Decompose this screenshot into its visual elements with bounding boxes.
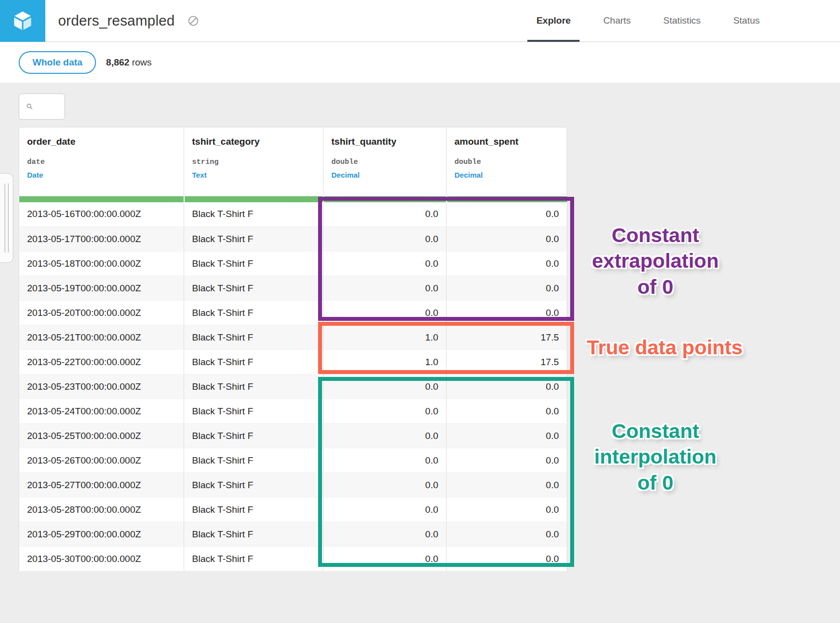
column-name: tshirt_category <box>192 136 315 147</box>
column-storage-type: date <box>27 158 176 166</box>
table-cell[interactable]: 0.0 <box>447 399 567 424</box>
table-cell[interactable]: 0.0 <box>447 448 567 473</box>
table-cell[interactable]: Black T-Shirt F <box>184 473 323 498</box>
column-meaning-link[interactable]: Decimal <box>454 171 559 179</box>
table-cell[interactable]: 2013-05-21T00:00:00.000Z <box>19 325 184 350</box>
column-storage-type: double <box>454 158 559 166</box>
table-row: 2013-05-22T00:00:00.000ZBlack T-Shirt F1… <box>19 350 567 374</box>
table-cell[interactable]: 0.0 <box>447 276 567 301</box>
table-cell[interactable]: 0.0 <box>323 424 447 448</box>
column-name: order_date <box>27 136 176 147</box>
circle-slash-icon <box>188 15 199 27</box>
table-cell[interactable]: 2013-05-26T00:00:00.000Z <box>19 448 184 473</box>
table-cell[interactable]: Black T-Shirt F <box>184 399 323 424</box>
table-cell[interactable]: 2013-05-25T00:00:00.000Z <box>19 424 184 448</box>
table-cell[interactable]: 0.0 <box>323 251 447 276</box>
table-cell[interactable]: 17.5 <box>447 325 567 350</box>
table-cell[interactable]: 0.0 <box>323 547 447 571</box>
search-input[interactable] <box>37 102 60 112</box>
table-cell[interactable]: 0.0 <box>323 276 447 301</box>
table-cell[interactable]: 0.0 <box>447 301 567 325</box>
column-meaning-link[interactable]: Text <box>192 171 315 179</box>
grip-line <box>8 184 9 252</box>
column-header-tshirt-category[interactable]: tshirt_category string Text <box>184 127 323 196</box>
table-cell[interactable]: 17.5 <box>447 350 567 374</box>
table-row: 2013-05-21T00:00:00.000ZBlack T-Shirt F1… <box>19 325 567 350</box>
table-cell[interactable]: 2013-05-17T00:00:00.000Z <box>19 227 184 251</box>
table-cell[interactable]: 0.0 <box>447 547 567 571</box>
column-header-amount-spent[interactable]: amount_spent double Decimal <box>447 127 567 196</box>
table-cell[interactable]: 2013-05-30T00:00:00.000Z <box>19 547 184 571</box>
sample-settings-button[interactable]: Whole data <box>19 51 96 74</box>
table-row: 2013-05-29T00:00:00.000ZBlack T-Shirt F0… <box>19 522 567 547</box>
table-cell[interactable]: Black T-Shirt F <box>184 301 323 325</box>
tab-charts[interactable]: Charts <box>587 0 647 41</box>
table-row: 2013-05-17T00:00:00.000ZBlack T-Shirt F0… <box>19 227 567 251</box>
dataset-title: orders_resampled <box>58 13 175 29</box>
table-cell[interactable]: 0.0 <box>447 251 567 276</box>
table-cell[interactable]: 0.0 <box>323 301 447 325</box>
search-box[interactable] <box>19 93 65 120</box>
row-count-value: 8,862 <box>106 57 129 67</box>
table-cell[interactable]: 0.0 <box>323 473 447 498</box>
table-cell[interactable]: 2013-05-19T00:00:00.000Z <box>19 276 184 301</box>
column-header-order-date[interactable]: order_date date Date <box>19 127 184 196</box>
table-cell[interactable]: 2013-05-24T00:00:00.000Z <box>19 399 184 424</box>
column-meaning-link[interactable]: Decimal <box>331 171 438 179</box>
table-cell[interactable]: 0.0 <box>323 374 447 399</box>
table-cell[interactable]: 0.0 <box>323 202 447 227</box>
table-cell[interactable]: 0.0 <box>323 227 447 251</box>
table-cell[interactable]: 0.0 <box>447 374 567 399</box>
table-row: 2013-05-20T00:00:00.000ZBlack T-Shirt F0… <box>19 301 567 325</box>
table-cell[interactable]: 0.0 <box>323 522 447 547</box>
table-cell[interactable]: 0.0 <box>447 424 567 448</box>
table-cell[interactable]: Black T-Shirt F <box>184 374 323 399</box>
table-cell[interactable]: 0.0 <box>447 227 567 251</box>
column-meaning-link[interactable]: Date <box>27 171 176 179</box>
table-cell[interactable]: 1.0 <box>323 350 447 374</box>
table-cell[interactable]: 2013-05-20T00:00:00.000Z <box>19 301 184 325</box>
table-cell[interactable]: Black T-Shirt F <box>184 276 323 301</box>
explore-content: order_date date Date tshirt_category str… <box>0 83 840 623</box>
quality-bar-segment <box>323 196 447 202</box>
table-cell[interactable]: Black T-Shirt F <box>184 522 323 547</box>
table-cell[interactable]: Black T-Shirt F <box>184 202 323 227</box>
table-cell[interactable]: 0.0 <box>447 522 567 547</box>
table-cell[interactable]: 0.0 <box>323 448 447 473</box>
table-cell[interactable]: Black T-Shirt F <box>184 448 323 473</box>
table-cell[interactable]: 0.0 <box>447 473 567 498</box>
table-cell[interactable]: Black T-Shirt F <box>184 227 323 251</box>
left-panel-handle[interactable] <box>0 173 13 263</box>
table-cell[interactable]: 0.0 <box>447 202 567 227</box>
table-cell[interactable]: Black T-Shirt F <box>184 325 323 350</box>
table-cell[interactable]: 2013-05-18T00:00:00.000Z <box>19 251 184 276</box>
table-cell[interactable]: Black T-Shirt F <box>184 498 323 522</box>
row-count: 8,862rows <box>106 57 152 68</box>
table-cell[interactable]: Black T-Shirt F <box>184 424 323 448</box>
table-cell[interactable]: 0.0 <box>323 399 447 424</box>
table-cell[interactable]: 2013-05-27T00:00:00.000Z <box>19 473 184 498</box>
row-count-label: rows <box>132 57 152 67</box>
grip-line <box>4 184 5 252</box>
table-cell[interactable]: 1.0 <box>323 325 447 350</box>
header-tabs: Explore Charts Statistics Status <box>520 0 840 41</box>
table-cell[interactable]: 2013-05-29T00:00:00.000Z <box>19 522 184 547</box>
table-cell[interactable]: Black T-Shirt F <box>184 350 323 374</box>
table-cell[interactable]: 2013-05-16T00:00:00.000Z <box>19 202 184 227</box>
quality-bar-segment <box>447 196 567 202</box>
table-row: 2013-05-16T00:00:00.000ZBlack T-Shirt F0… <box>19 202 567 227</box>
app-logo[interactable] <box>0 0 45 42</box>
table-cell[interactable]: 0.0 <box>323 498 447 522</box>
column-header-tshirt-quantity[interactable]: tshirt_quantity double Decimal <box>323 127 447 196</box>
table-cell[interactable]: 2013-05-23T00:00:00.000Z <box>19 374 184 399</box>
table-cell[interactable]: Black T-Shirt F <box>184 547 323 571</box>
table-row: 2013-05-26T00:00:00.000ZBlack T-Shirt F0… <box>19 448 567 473</box>
tab-explore[interactable]: Explore <box>520 0 587 41</box>
table-cell[interactable]: 2013-05-22T00:00:00.000Z <box>19 350 184 374</box>
tab-statistics[interactable]: Statistics <box>647 0 717 41</box>
table-cell[interactable]: Black T-Shirt F <box>184 251 323 276</box>
table-cell[interactable]: 0.0 <box>447 498 567 522</box>
tab-status[interactable]: Status <box>717 0 776 41</box>
table-row: 2013-05-30T00:00:00.000ZBlack T-Shirt F0… <box>19 547 567 571</box>
table-cell[interactable]: 2013-05-28T00:00:00.000Z <box>19 498 184 522</box>
